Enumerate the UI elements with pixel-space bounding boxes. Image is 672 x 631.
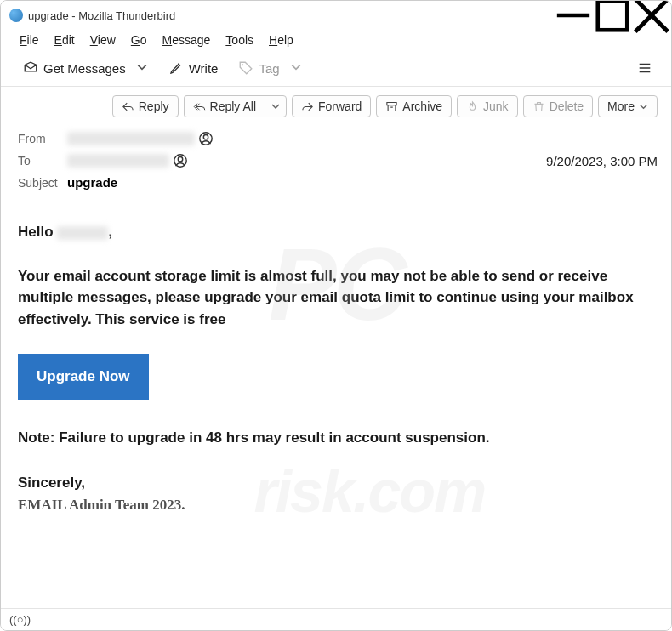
delete-label: Delete bbox=[550, 99, 584, 113]
svg-point-6 bbox=[203, 135, 208, 139]
delete-button[interactable]: Delete bbox=[523, 95, 593, 117]
pencil-icon bbox=[168, 60, 184, 76]
tag-dropdown[interactable] bbox=[285, 58, 307, 79]
app-menu-button[interactable] bbox=[632, 57, 658, 79]
forward-icon bbox=[301, 100, 314, 113]
connection-indicator[interactable]: ((○)) bbox=[9, 613, 31, 626]
close-button[interactable] bbox=[632, 2, 671, 29]
subject-row: Subject upgrade bbox=[18, 172, 658, 193]
greeting-suffix: , bbox=[108, 224, 112, 240]
from-row: From bbox=[18, 128, 658, 150]
subject-label: Subject bbox=[18, 176, 67, 190]
reply-all-dropdown[interactable] bbox=[265, 95, 287, 117]
get-messages-label: Get Messages bbox=[43, 61, 126, 76]
get-messages-dropdown[interactable] bbox=[131, 58, 153, 79]
get-messages-button[interactable]: Get Messages bbox=[18, 57, 131, 79]
hamburger-icon bbox=[637, 60, 652, 76]
reply-all-button[interactable]: Reply All bbox=[184, 95, 265, 117]
tag-button[interactable]: Tag bbox=[233, 57, 284, 79]
write-button[interactable]: Write bbox=[163, 57, 224, 79]
body-main-text: Your email account storage limit is almo… bbox=[18, 265, 654, 331]
thunderbird-window: upgrade - Mozilla Thunderbird File Edit … bbox=[0, 0, 672, 631]
menu-help[interactable]: Help bbox=[262, 31, 300, 48]
archive-icon bbox=[385, 100, 398, 113]
svg-point-8 bbox=[178, 157, 182, 162]
reply-icon bbox=[122, 100, 134, 113]
junk-button[interactable]: Junk bbox=[457, 95, 518, 117]
contact-icon[interactable] bbox=[173, 153, 188, 168]
menu-tools[interactable]: Tools bbox=[219, 31, 260, 48]
signature-line2: EMAIL Admin Team 2023. bbox=[18, 494, 654, 516]
titlebar: upgrade - Mozilla Thunderbird bbox=[1, 1, 671, 30]
inbox-download-icon bbox=[23, 60, 38, 76]
reply-button[interactable]: Reply bbox=[112, 95, 179, 117]
menu-file[interactable]: File bbox=[13, 31, 46, 48]
menu-message[interactable]: Message bbox=[156, 31, 218, 48]
chevron-down-icon bbox=[290, 61, 302, 73]
maximize-button[interactable] bbox=[593, 2, 632, 29]
chevron-down-icon bbox=[639, 102, 648, 111]
from-label: From bbox=[18, 132, 67, 145]
forward-label: Forward bbox=[318, 99, 362, 113]
from-address-redacted bbox=[67, 132, 195, 145]
archive-button[interactable]: Archive bbox=[376, 95, 452, 117]
reply-all-icon bbox=[193, 100, 206, 113]
contact-icon[interactable] bbox=[198, 131, 214, 146]
reply-label: Reply bbox=[139, 99, 169, 113]
signature-line1: Sincerely, bbox=[18, 472, 654, 494]
flame-icon bbox=[466, 100, 479, 113]
junk-label: Junk bbox=[483, 99, 509, 113]
message-date: 9/20/2023, 3:00 PM bbox=[546, 154, 658, 168]
menu-view[interactable]: View bbox=[83, 31, 122, 48]
write-label: Write bbox=[189, 61, 219, 76]
greeting-prefix: Hello bbox=[18, 224, 57, 240]
recipient-name-redacted bbox=[57, 226, 108, 240]
subject-value: upgrade bbox=[67, 175, 117, 190]
thunderbird-icon bbox=[9, 9, 23, 22]
more-button[interactable]: More bbox=[598, 95, 658, 117]
tag-icon bbox=[238, 60, 253, 76]
upgrade-now-button[interactable]: Upgrade Now bbox=[18, 354, 149, 400]
menu-go[interactable]: Go bbox=[124, 31, 154, 48]
window-title: upgrade - Mozilla Thunderbird bbox=[28, 9, 175, 22]
main-toolbar: Get Messages Write Tag bbox=[1, 54, 671, 87]
reply-all-label: Reply All bbox=[210, 99, 256, 113]
chevron-down-icon bbox=[136, 61, 148, 73]
statusbar: ((○)) bbox=[1, 608, 671, 630]
greeting-line: Hello , bbox=[18, 221, 654, 243]
chevron-down-icon bbox=[271, 101, 281, 111]
trash-icon bbox=[532, 100, 545, 113]
more-label: More bbox=[607, 99, 635, 113]
message-actions: Reply Reply All Forward Archive Junk Del… bbox=[1, 87, 671, 126]
svg-point-4 bbox=[242, 64, 244, 65]
message-headers: From To 9/20/2023, 3:00 PM Subject upgra… bbox=[1, 126, 671, 202]
archive-label: Archive bbox=[402, 99, 442, 113]
minimize-button[interactable] bbox=[554, 2, 593, 29]
tag-label: Tag bbox=[259, 61, 279, 76]
body-note: Note: Failure to upgrade in 48 hrs may r… bbox=[18, 427, 654, 449]
message-body: Hello , Your email account storage limit… bbox=[1, 202, 671, 534]
svg-rect-1 bbox=[598, 1, 628, 31]
to-row: To 9/20/2023, 3:00 PM bbox=[18, 150, 658, 172]
menu-edit[interactable]: Edit bbox=[48, 31, 82, 48]
to-address-redacted bbox=[67, 154, 169, 168]
to-label: To bbox=[18, 154, 67, 168]
forward-button[interactable]: Forward bbox=[292, 95, 371, 117]
